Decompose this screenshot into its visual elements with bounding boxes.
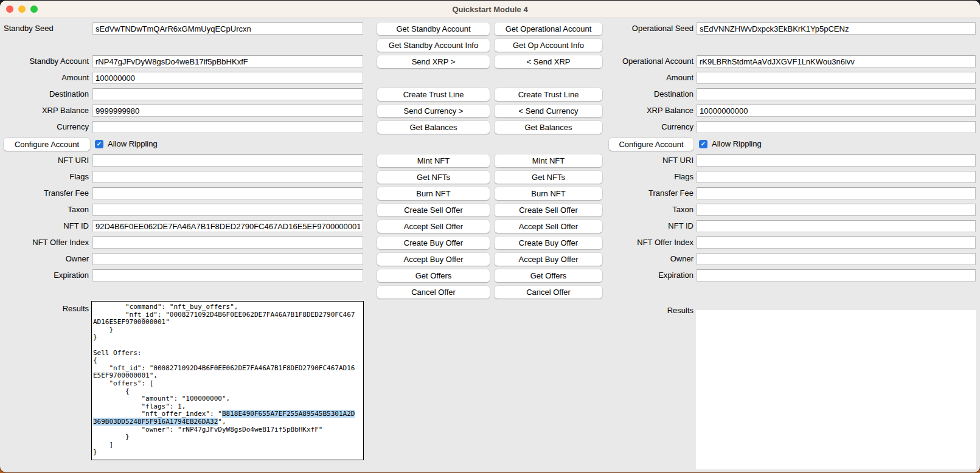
op-transfer-fee-input[interactable] [697, 187, 976, 199]
standby-results-label: Results [0, 303, 89, 315]
op-get-offers-button[interactable]: Get Offers [495, 269, 602, 282]
op-currency-input[interactable] [697, 121, 976, 133]
op-xrp-balance-label: XRP Balance [602, 105, 693, 117]
send-xrp-left-button[interactable]: < Send XRP [495, 55, 602, 68]
standby-account-input[interactable] [92, 55, 363, 67]
op-mint-nft-button[interactable]: Mint NFT [495, 154, 602, 167]
standby-results-box[interactable]: "command": "nft_buy_offers", "nft_id": "… [91, 301, 364, 460]
standby-nft-offer-index-label: NFT Offer Index [0, 236, 89, 249]
standby-expiration-label: Expiration [0, 269, 89, 281]
op-seed-input[interactable] [697, 22, 976, 35]
op-burn-nft-button[interactable]: Burn NFT [495, 187, 602, 200]
send-currency-right-button[interactable]: Send Currency > [377, 105, 490, 117]
op-seed-label: Operational Seed [602, 22, 693, 35]
op-amount-input[interactable] [697, 72, 976, 84]
standby-account-label: Standby Account [0, 55, 89, 67]
standby-amount-input[interactable] [92, 72, 363, 84]
standby-transfer-fee-label: Transfer Fee [0, 187, 89, 199]
standby-get-balances-button[interactable]: Get Balances [377, 121, 490, 134]
op-nft-offer-index-label: NFT Offer Index [602, 236, 693, 249]
standby-destination-label: Destination [0, 88, 89, 100]
op-configure-account-button[interactable]: Configure Account [609, 138, 693, 151]
standby-taxon-label: Taxon [0, 204, 89, 216]
standby-create-buy-offer-button[interactable]: Create Buy Offer [377, 236, 490, 249]
standby-flags-label: Flags [0, 171, 89, 183]
op-flags-label: Flags [602, 171, 693, 183]
minimize-button[interactable] [18, 5, 26, 13]
standby-cancel-offer-button[interactable]: Cancel Offer [377, 286, 490, 299]
op-flags-input[interactable] [697, 171, 976, 183]
op-expiration-label: Expiration [602, 269, 693, 281]
close-button[interactable] [6, 5, 13, 13]
standby-flags-input[interactable] [92, 171, 363, 183]
standby-create-sell-offer-button[interactable]: Create Sell Offer [377, 204, 490, 216]
op-allow-rippling-checkbox[interactable] [699, 140, 707, 148]
standby-xrp-balance-input[interactable] [92, 105, 363, 117]
send-currency-left-button[interactable]: < Send Currency [495, 105, 602, 117]
op-owner-input[interactable] [697, 253, 976, 265]
standby-currency-input[interactable] [92, 121, 363, 133]
standby-seed-label: Standby Seed [4, 22, 89, 35]
op-account-label: Operational Account [602, 55, 693, 67]
send-xrp-right-button[interactable]: Send XRP > [377, 55, 490, 68]
window: Quickstart Module 4 Standby Seed Standby… [0, 1, 980, 472]
get-op-account-info-button[interactable]: Get Op Account Info [495, 39, 602, 52]
op-nft-id-input[interactable] [697, 220, 976, 232]
zoom-button[interactable] [30, 5, 38, 13]
op-create-trust-line-button[interactable]: Create Trust Line [495, 88, 602, 101]
op-account-input[interactable] [697, 55, 976, 67]
standby-taxon-input[interactable] [92, 204, 363, 216]
standby-accept-buy-offer-button[interactable]: Accept Buy Offer [377, 253, 490, 266]
standby-results-text: "command": "nft_buy_offers", "nft_id": "… [92, 302, 363, 458]
op-expiration-input[interactable] [697, 269, 976, 281]
standby-currency-label: Currency [0, 121, 89, 133]
op-taxon-input[interactable] [697, 204, 976, 216]
op-nft-id-label: NFT ID [602, 220, 693, 232]
standby-burn-nft-button[interactable]: Burn NFT [377, 187, 490, 200]
op-transfer-fee-label: Transfer Fee [602, 187, 693, 199]
standby-owner-label: Owner [0, 253, 89, 265]
op-accept-sell-offer-button[interactable]: Accept Sell Offer [495, 220, 602, 233]
op-owner-label: Owner [602, 253, 693, 265]
standby-configure-account-button[interactable]: Configure Account [4, 138, 90, 151]
standby-seed-input[interactable] [92, 22, 363, 35]
standby-destination-input[interactable] [92, 88, 363, 100]
op-destination-label: Destination [602, 88, 693, 100]
op-amount-label: Amount [602, 72, 693, 84]
op-results-label: Results [602, 305, 693, 317]
op-allow-rippling-label: Allow Rippling [712, 138, 785, 150]
op-destination-input[interactable] [697, 88, 976, 100]
op-create-buy-offer-button[interactable]: Create Buy Offer [495, 236, 602, 249]
standby-nft-id-input[interactable] [92, 220, 363, 232]
op-cancel-offer-button[interactable]: Cancel Offer [495, 286, 602, 299]
op-get-nfts-button[interactable]: Get NFTs [495, 171, 602, 184]
standby-transfer-fee-input[interactable] [92, 187, 363, 199]
standby-nft-id-label: NFT ID [0, 220, 89, 232]
get-operational-account-button[interactable]: Get Operational Account [495, 22, 602, 35]
standby-owner-input[interactable] [92, 253, 363, 265]
op-taxon-label: Taxon [602, 204, 693, 216]
standby-get-offers-button[interactable]: Get Offers [377, 269, 490, 282]
standby-amount-label: Amount [0, 72, 89, 84]
standby-expiration-input[interactable] [92, 269, 363, 281]
standby-nft-uri-label: NFT URI [0, 154, 89, 167]
get-standby-account-button[interactable]: Get Standby Account [377, 22, 490, 35]
standby-allow-rippling-label: Allow Rippling [108, 138, 181, 150]
standby-nft-uri-input[interactable] [92, 154, 363, 167]
standby-mint-nft-button[interactable]: Mint NFT [377, 154, 490, 167]
op-accept-buy-offer-button[interactable]: Accept Buy Offer [495, 253, 602, 266]
get-standby-account-info-button[interactable]: Get Standby Account Info [377, 39, 490, 52]
op-nft-offer-index-input[interactable] [697, 236, 976, 249]
standby-nft-offer-index-input[interactable] [92, 236, 363, 249]
op-nft-uri-input[interactable] [697, 154, 976, 167]
op-get-balances-button[interactable]: Get Balances [495, 121, 602, 134]
standby-accept-sell-offer-button[interactable]: Accept Sell Offer [377, 220, 490, 233]
op-nft-uri-label: NFT URI [602, 154, 693, 167]
op-create-sell-offer-button[interactable]: Create Sell Offer [495, 204, 602, 216]
op-results-box[interactable] [696, 310, 976, 469]
standby-create-trust-line-button[interactable]: Create Trust Line [377, 88, 490, 101]
standby-get-nfts-button[interactable]: Get NFTs [377, 171, 490, 184]
op-xrp-balance-input[interactable] [697, 105, 976, 117]
window-title: Quickstart Module 4 [452, 5, 527, 14]
standby-allow-rippling-checkbox[interactable] [95, 140, 103, 148]
